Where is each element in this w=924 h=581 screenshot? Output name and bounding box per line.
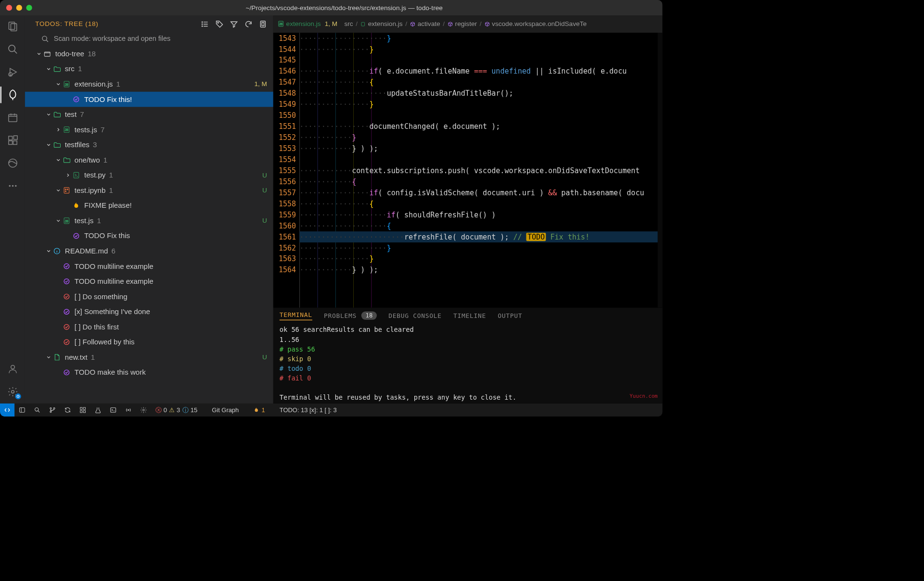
extensions-icon[interactable] — [7, 134, 19, 147]
code-line[interactable]: ················} — [299, 44, 657, 55]
export-icon[interactable] — [259, 20, 267, 28]
twisty-icon[interactable] — [35, 51, 43, 56]
sb-grid-icon[interactable] — [75, 404, 90, 417]
twisty-icon[interactable] — [45, 142, 52, 147]
tree-row[interactable]: TODO multiline example — [25, 274, 273, 289]
more-icon[interactable] — [7, 180, 19, 192]
code-line[interactable]: ····················updateStatusBarAndTi… — [299, 88, 657, 99]
tree-row[interactable]: [ ] Do something — [25, 289, 273, 304]
tree-row[interactable]: TODO Fix this! — [25, 92, 273, 107]
todo-counter[interactable]: TODO: 13 [x]: 1 [ ]: 3 — [275, 404, 341, 417]
tree-view[interactable]: todo-tree18src1JSextension.js11, MTODO F… — [25, 46, 273, 404]
code-content[interactable]: ····················}················}··… — [299, 33, 657, 307]
tree-row[interactable]: [ ] Do this first — [25, 319, 273, 335]
close-window-icon[interactable] — [6, 5, 12, 11]
sb-layout-icon[interactable] — [14, 404, 30, 417]
minimize-window-icon[interactable] — [16, 5, 22, 11]
panel-tab-timeline[interactable]: TIMELINE — [453, 312, 486, 319]
tree-row[interactable]: one/two1 — [25, 152, 273, 168]
breadcrumb[interactable]: src/extension.js/activate/register/vscod… — [344, 20, 587, 28]
code-line[interactable]: ············} ) ); — [299, 143, 657, 154]
code-line[interactable] — [299, 55, 657, 66]
debug-icon[interactable] — [7, 66, 19, 78]
tree-row[interactable]: JSextension.js11, M — [25, 76, 273, 92]
search-icon[interactable] — [7, 43, 19, 56]
panel-tab-output[interactable]: OUTPUT — [498, 312, 522, 319]
sb-terminal-icon[interactable] — [105, 404, 121, 417]
tree-row[interactable]: JStests.js7 — [25, 122, 273, 138]
sb-search-icon[interactable] — [30, 404, 45, 417]
panel-tab-problems[interactable]: PROBLEMS — [324, 312, 357, 319]
account-icon[interactable] — [7, 363, 19, 375]
tree-row[interactable]: todo-tree18 — [25, 46, 273, 62]
tree-row[interactable]: README.md6 — [25, 243, 273, 259]
globe-icon[interactable] — [7, 157, 19, 169]
tree-row[interactable]: test.ipynb1U — [25, 183, 273, 198]
code-line[interactable]: ····················} — [299, 242, 657, 253]
explorer-icon[interactable] — [7, 20, 19, 33]
code-line[interactable] — [299, 110, 657, 121]
minimap[interactable] — [658, 33, 663, 307]
refresh-icon[interactable] — [244, 20, 253, 28]
todo-tree-icon[interactable] — [7, 88, 19, 101]
tree-row[interactable]: test7 — [25, 107, 273, 122]
code-line[interactable]: ················documentChanged( e.docum… — [299, 121, 657, 132]
tree-row[interactable]: test.py1U — [25, 167, 273, 183]
sb-gear-icon[interactable] — [136, 404, 151, 417]
breadcrumb-item[interactable]: activate — [410, 20, 440, 28]
calendar-icon[interactable] — [7, 112, 19, 124]
git-graph-button[interactable]: Git Graph — [208, 404, 243, 417]
twisty-icon[interactable] — [45, 66, 52, 72]
twisty-icon[interactable] — [54, 218, 62, 223]
twisty-icon[interactable] — [64, 173, 72, 178]
breadcrumb-item[interactable]: vscode.workspace.onDidSaveTe — [484, 20, 587, 28]
tree-row[interactable]: TODO make this work — [25, 365, 273, 380]
twisty-icon[interactable] — [54, 157, 62, 163]
tab-active[interactable]: JS extension.js 1, M — [277, 20, 337, 28]
code-line[interactable]: ························refreshFile( doc… — [299, 231, 657, 242]
panel-tab-terminal[interactable]: TERMINAL — [280, 311, 312, 320]
problems-indicator[interactable]: ⓧ0 ⚠3 ⓘ15 — [151, 404, 202, 417]
code-line[interactable]: ················{ — [299, 198, 657, 209]
code-line[interactable]: ············{ — [299, 176, 657, 187]
code-line[interactable]: ················{ — [299, 77, 657, 88]
twisty-icon[interactable] — [45, 112, 52, 117]
tree-row[interactable]: FIXME please! — [25, 198, 273, 214]
code-line[interactable]: ················if( config.isValidScheme… — [299, 187, 657, 198]
list-icon[interactable] — [201, 20, 209, 28]
breadcrumb-item[interactable]: src — [344, 20, 353, 28]
sb-beaker-icon[interactable] — [90, 404, 106, 417]
scan-mode-row[interactable]: Scan mode: workspace and open files — [25, 33, 273, 46]
settings-icon[interactable] — [7, 386, 19, 398]
code-line[interactable]: ····················{ — [299, 220, 657, 231]
code-line[interactable]: ············} ) ); — [299, 265, 657, 276]
twisty-icon[interactable] — [54, 127, 62, 132]
panel-tab-debug-console[interactable]: DEBUG CONSOLE — [388, 312, 441, 319]
remote-button[interactable] — [0, 404, 14, 417]
sb-sync-icon[interactable] — [60, 404, 76, 417]
code-line[interactable]: ····················} — [299, 33, 657, 44]
maximize-window-icon[interactable] — [26, 5, 32, 11]
code-editor[interactable]: 1543154415451546154715481549155015511552… — [273, 33, 663, 307]
tree-row[interactable]: [x] Something I've done — [25, 304, 273, 319]
filter-icon[interactable] — [230, 20, 238, 28]
code-line[interactable]: ············} — [299, 132, 657, 143]
tree-row[interactable]: TODO Fix this — [25, 228, 273, 244]
twisty-icon[interactable] — [54, 81, 62, 87]
tree-row[interactable]: TODO multiline example — [25, 259, 273, 274]
tree-row[interactable]: src1 — [25, 62, 273, 77]
twisty-icon[interactable] — [45, 354, 52, 360]
code-line[interactable] — [299, 154, 657, 165]
breadcrumb-item[interactable]: extension.js — [360, 20, 403, 28]
code-line[interactable]: ····················if( shouldRefreshFil… — [299, 209, 657, 220]
twisty-icon[interactable] — [45, 248, 52, 253]
tree-row[interactable]: new.txt1U — [25, 350, 273, 365]
sb-branch-icon[interactable] — [45, 404, 60, 417]
tree-row[interactable]: [ ] Followed by this — [25, 334, 273, 350]
code-line[interactable]: ················if( e.document.fileName … — [299, 66, 657, 77]
tree-row[interactable]: testfiles3 — [25, 137, 273, 152]
sb-broadcast-icon[interactable] — [121, 404, 136, 417]
code-line[interactable]: ················} — [299, 99, 657, 110]
flame-indicator[interactable]: 1 — [249, 404, 270, 417]
code-line[interactable]: ············context.subscriptions.push( … — [299, 165, 657, 176]
